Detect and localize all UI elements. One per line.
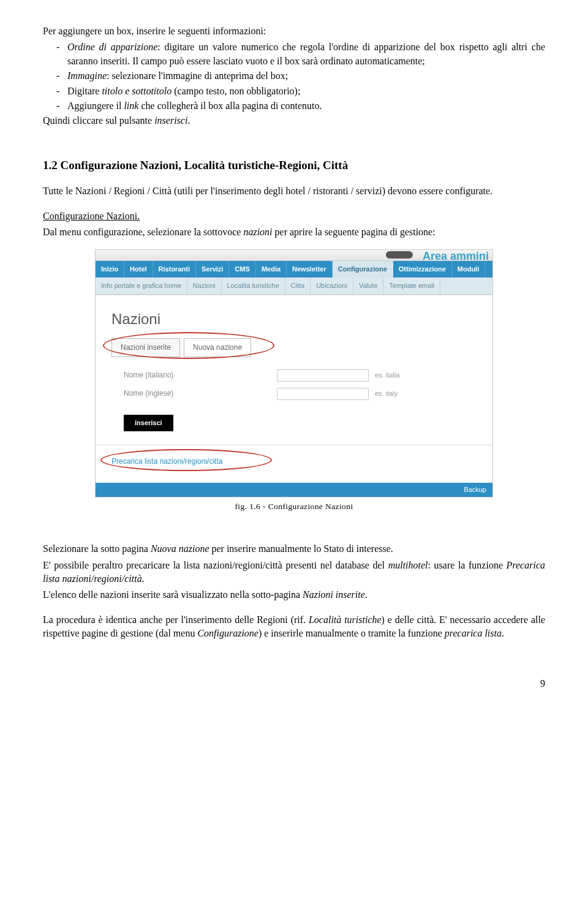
input-nome-en[interactable] xyxy=(277,388,369,400)
p4e: ) e inserirle manualmente o tramite la f… xyxy=(258,628,445,638)
b3-label: titolo e sottotitolo xyxy=(102,86,172,96)
bullet-3: Digitare titolo e sottotitolo (campo tes… xyxy=(43,85,545,98)
app-window: Area ammini Inizio Hotel Ristoranti Serv… xyxy=(95,249,493,498)
panel-title: Nazioni xyxy=(111,309,477,330)
p4d: Configurazione xyxy=(197,628,258,638)
p3c: . xyxy=(365,589,368,600)
post-p1: Selezionare la sotto pagina Nuova nazion… xyxy=(43,542,545,556)
tab-configurazione[interactable]: Configurazione xyxy=(333,261,393,278)
bullet-1: Ordine di apparizione: digitare un valor… xyxy=(43,40,545,68)
sub-nav: Info portale e grafica home Nazioni Loca… xyxy=(96,278,492,295)
tab-servizi[interactable]: Servizi xyxy=(196,261,229,278)
p2c: : usare la funzione xyxy=(428,560,507,570)
inserisci-button[interactable]: inserisci xyxy=(124,415,173,431)
b2-rest: : selezionare l'immagine di anteprima de… xyxy=(107,70,288,81)
subnav-ubicazioni[interactable]: Ubicazioni xyxy=(311,278,353,294)
p4f: precarica lista xyxy=(445,628,502,638)
c1a: Dal menu configurazione, selezionare la … xyxy=(43,227,243,237)
subnav-nazioni[interactable]: Nazioni xyxy=(187,278,222,294)
subtab-nazioni-inserite[interactable]: Nazioni inserite xyxy=(111,338,180,357)
hint-nome-en: es. italy xyxy=(375,389,398,398)
conf-para: Dal menu configurazione, selezionare la … xyxy=(43,225,545,239)
tab-inizio[interactable]: Inizio xyxy=(96,261,124,278)
toggle-pill-icon xyxy=(386,251,413,259)
screenshot-figure: Area ammini Inizio Hotel Ristoranti Serv… xyxy=(43,249,545,513)
section-heading: 1.2 Configurazione Nazioni, Località tur… xyxy=(43,157,545,174)
form-row-en: Nome (inglese) es. italy xyxy=(124,388,477,400)
p4b: Località turistiche xyxy=(309,614,382,625)
label-nome-it: Nome (italiano) xyxy=(124,370,277,380)
p2a: E' possibile peraltro precaricare la lis… xyxy=(43,560,388,570)
subnav-valute[interactable]: Valute xyxy=(353,278,383,294)
subnav-template-email[interactable]: Template email xyxy=(383,278,440,294)
b4-pre: Aggiungere il xyxy=(67,100,124,111)
hint-nome-it: es. italia xyxy=(375,371,399,380)
subnav-info-portale[interactable]: Info portale e grafica home xyxy=(96,278,187,294)
b2-label: Immagine xyxy=(67,70,107,81)
form-row-it: Nome (italiano) es. italia xyxy=(124,369,477,382)
label-nome-en: Nome (inglese) xyxy=(124,388,277,399)
tab-newsletter[interactable]: Newsletter xyxy=(287,261,333,278)
conf-title: Configurazione Nazioni. xyxy=(43,210,545,223)
p1a: Selezionare la sotto pagina xyxy=(43,543,151,554)
subnav-localita[interactable]: Localita turistiche xyxy=(222,278,285,294)
p4g: . xyxy=(502,628,504,638)
p2b: multihotel xyxy=(388,560,428,570)
p3a: L'elenco delle nazioni inserite sarà vis… xyxy=(43,589,303,600)
intro-lead: Per aggiungere un box, inserire le segue… xyxy=(43,25,545,38)
precarica-block: Precarica lista nazioni/regioni/citta xyxy=(111,445,477,477)
tab-hotel[interactable]: Hotel xyxy=(124,261,153,278)
bullet-4: Aggiungere il link che collegherà il box… xyxy=(43,99,545,113)
post-p3: L'elenco delle nazioni inserite sarà vis… xyxy=(43,588,545,602)
b4-label: link xyxy=(124,100,138,111)
window-topbar: Area ammini xyxy=(96,250,492,261)
t3: . xyxy=(187,115,190,126)
backup-bar: Backup xyxy=(96,483,492,497)
post-p2: E' possibile peraltro precaricare la lis… xyxy=(43,559,545,586)
p3b: Nazioni inserite xyxy=(303,589,365,600)
p4a: La procedura è identica anche per l'inse… xyxy=(43,614,309,625)
tab-media[interactable]: Media xyxy=(256,261,287,278)
area-title: Area ammini xyxy=(423,249,489,264)
p1b: Nuova nazione xyxy=(151,543,209,554)
b3-pre: Digitare xyxy=(67,86,102,96)
intro-tail: Quindi cliccare sul pulsante inserisci. xyxy=(43,114,545,127)
b3-post: (campo testo, non obbligatorio); xyxy=(172,86,300,96)
subtab-nuova-nazione[interactable]: Nuova nazione xyxy=(184,338,251,357)
figure-caption: fig. 1.6 - Configurazione Nazioni xyxy=(43,501,545,513)
backup-link[interactable]: Backup xyxy=(464,486,486,493)
b1-label: Ordine di apparizione xyxy=(67,42,157,52)
input-nome-it[interactable] xyxy=(277,369,369,382)
tab-ristoranti[interactable]: Ristoranti xyxy=(153,261,196,278)
c1c: per aprire la seguente pagina di gestion… xyxy=(273,227,435,237)
page-number: 9 xyxy=(43,677,545,690)
tab-cms[interactable]: CMS xyxy=(229,261,255,278)
bullet-2: Immagine: selezionare l'immagine di ante… xyxy=(43,69,545,83)
subnav-citta[interactable]: Citta xyxy=(285,278,311,294)
t1: Quindi cliccare sul pulsante xyxy=(43,115,154,126)
b4-post: che collegherà il box alla pagina di con… xyxy=(138,100,322,111)
post-p4: La procedura è identica anche per l'inse… xyxy=(43,613,545,641)
panel-content: Nazioni Nazioni inserite Nuova nazione N… xyxy=(96,295,492,483)
precarica-link[interactable]: Precarica lista nazioni/regioni/citta xyxy=(111,457,222,466)
para-1: Tutte le Nazioni / Regioni / Città (util… xyxy=(43,184,545,198)
p1c: per inserire manualmente lo Stato di int… xyxy=(209,543,393,554)
subtabs: Nazioni inserite Nuova nazione xyxy=(111,338,477,357)
t2: inserisci xyxy=(154,115,187,126)
c1b: nazioni xyxy=(243,227,272,237)
